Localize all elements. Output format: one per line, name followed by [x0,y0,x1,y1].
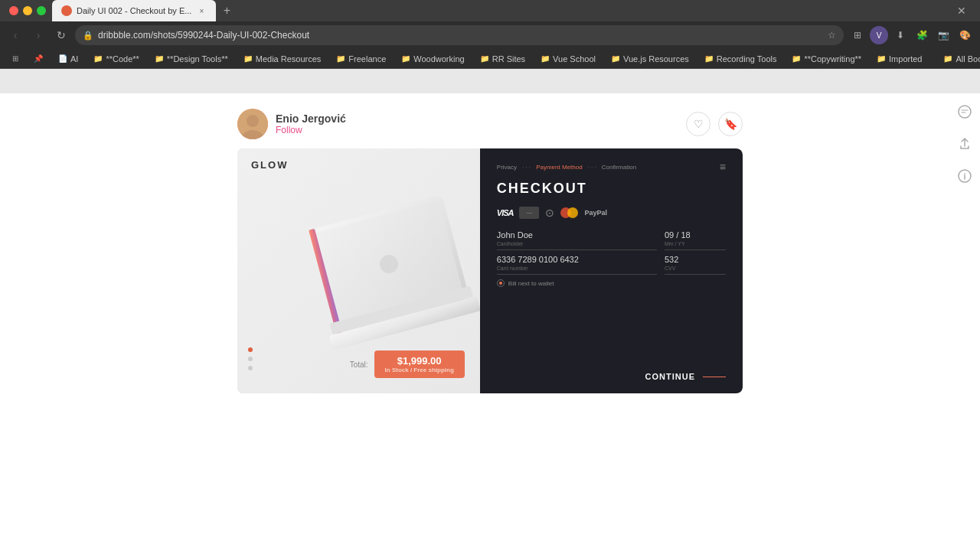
folder-icon3: 📁 [155,54,164,63]
step1-label: Privacy [497,164,517,171]
step2-label: Payment Method [536,164,582,171]
browser-chrome: Daily UI 002 - Checkout by E... × + ✕ ‹ … [0,0,980,69]
bookmark-vuer-label: Vue.js Resources [623,54,689,64]
shot-header: Enio Jergović Follow ♡ 🔖 [222,109,758,148]
back-button[interactable]: ‹ [6,26,24,44]
share-sidebar-icon[interactable] [954,133,975,155]
save-card-label: Bill next to wallet [508,280,554,287]
folder-icon11: 📁 [792,54,801,63]
price-button[interactable]: $1,999.00 In Stock / Free shipping [374,350,465,378]
url-text: dribbble.com/shots/5990244-Daily-UI-002-… [98,30,823,41]
address-bar[interactable]: 🔒 dribbble.com/shots/5990244-Daily-UI-00… [75,25,844,45]
bookmark-vueschool[interactable]: 📁 Vue School [534,53,602,65]
cardholder-value[interactable]: John Doe [497,230,657,240]
screenshot-icon[interactable]: 📷 [934,26,952,44]
bookmark-woodworking[interactable]: 📁 Woodworking [395,53,470,65]
bookmark-rrsites[interactable]: 📁 RR Sites [474,53,531,65]
comment-sidebar-icon[interactable] [954,101,975,122]
bookmark-imported[interactable]: 📁 Imported [871,53,928,65]
extensions2-icon[interactable]: 🧩 [913,26,931,44]
palette-icon[interactable]: 🎨 [956,26,974,44]
bookmark-icon[interactable]: ☆ [828,30,836,41]
cvv-value[interactable]: 532 [665,255,726,264]
dot-2[interactable] [248,357,253,361]
expiry-label: Mm / YY [665,241,726,246]
page-content: Enio Jergović Follow ♡ 🔖 GLOW [0,93,980,551]
close-button[interactable] [9,6,18,15]
bookmark-extensions[interactable]: 📌 [28,53,49,64]
expiry-field: 09 / 18 Mm / YY [665,230,726,250]
bookmark-all-label: All Bookmarks [956,54,980,64]
download-icon[interactable]: ⬇ [891,26,910,44]
folder-icon8: 📁 [541,54,550,63]
folder-icon12: 📁 [877,54,886,63]
visa-payment-icon[interactable]: VISA [497,206,514,220]
dot-1[interactable] [248,347,253,352]
new-tab-button[interactable]: + [216,0,237,21]
card-number-value[interactable]: 6336 7289 0100 6432 [497,255,657,264]
bookmark-freelance[interactable]: 📁 Freelance [330,53,392,65]
active-tab[interactable]: Daily UI 002 - Checkout by E... × [52,0,216,21]
continue-row: CONTINUE [497,372,726,381]
card-number-label: Card number [497,266,657,271]
bookmark-wood-label: Woodworking [413,54,464,64]
bookmark-design-label: **Design Tools** [167,54,228,64]
author-avatar[interactable] [237,109,268,139]
folder-icon5: 📁 [336,54,345,63]
menu-icon[interactable]: ≡ [720,161,726,173]
reload-button[interactable]: ↻ [52,26,70,44]
maximize-button[interactable] [37,6,46,15]
title-bar: Daily UI 002 - Checkout by E... × + ✕ [0,0,980,21]
shot-image-container: GLOW [222,148,758,393]
bookmark-ai[interactable]: 📄 AI [52,53,84,65]
tab-close-button[interactable]: × [196,5,207,16]
svg-point-9 [959,106,971,118]
checkout-title: CHECKOUT [497,181,726,197]
checkbox-indicator [497,279,505,287]
discover-payment-icon[interactable]: ⊙ [545,206,554,220]
amex-payment-icon[interactable]: ···· [519,207,539,219]
bookmark-button[interactable]: 🔖 [718,112,743,136]
card-number-field: 6336 7289 0100 6432 Card number [497,255,657,275]
bookmark-all[interactable]: 📁 All Bookmarks [937,53,980,65]
traffic-lights [9,6,46,15]
forward-button[interactable]: › [29,26,47,44]
tab-favicon [61,5,72,16]
payment-method-icons: VISA ···· ⊙ PayPal [497,206,726,220]
mastercard-payment-icon[interactable] [560,207,578,218]
bookmark-apps[interactable]: ⊞ [6,53,24,64]
price-button-wrapper: $1,999.00 In Stock / Free shipping [374,350,465,378]
form-row-1: John Doe Cardholder 09 / 18 Mm / YY [497,230,726,250]
bookmark-copywriting[interactable]: 📁 **Copywriting** [786,53,867,65]
bookmark-vueresources[interactable]: 📁 Vue.js Resources [605,53,695,65]
bookmark-design[interactable]: 📁 **Design Tools** [149,53,234,65]
info-sidebar-icon[interactable] [954,165,975,187]
bookmark-vue-label: Vue School [553,54,596,64]
expiry-value[interactable]: 09 / 18 [665,230,726,240]
cvv-field: 532 CVV [665,255,726,275]
extensions-icon[interactable]: ⊞ [848,26,867,44]
dribbble-page: Enio Jergović Follow ♡ 🔖 GLOW [0,93,980,551]
minimize-button[interactable] [23,6,32,15]
bookmark-media[interactable]: 📁 Media Resources [237,53,328,65]
follow-link[interactable]: Follow [276,125,346,135]
cardholder-field: John Doe Cardholder [497,230,657,250]
tab-title: Daily UI 002 - Checkout by E... [77,6,191,15]
shot-actions: ♡ 🔖 [686,112,743,136]
like-button[interactable]: ♡ [686,112,710,136]
folder-icon: 📄 [58,54,67,63]
checkout-card: GLOW [237,148,743,393]
folder-icon10: 📁 [704,54,714,63]
bookmark-code[interactable]: 📁 **Code** [87,53,145,65]
save-card-checkbox[interactable]: Bill next to wallet [497,279,726,287]
pin-icon: 📌 [34,54,43,63]
dot-3[interactable] [248,366,253,370]
folder-icon6: 📁 [401,54,410,63]
continue-button[interactable]: CONTINUE [645,372,695,381]
bookmark-recording[interactable]: 📁 Recording Tools [698,53,783,65]
window-close-button[interactable]: ✕ [952,2,971,20]
profile-icon[interactable]: V [870,26,888,44]
cvv-label: CVV [665,266,726,271]
paypal-payment-icon[interactable]: PayPal [584,209,607,217]
bookmark-rec-label: Recording Tools [717,54,777,64]
